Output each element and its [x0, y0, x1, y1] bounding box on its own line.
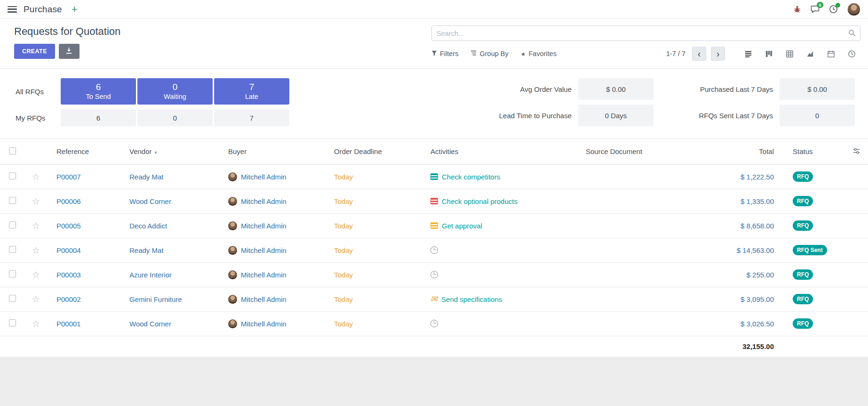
table-row[interactable]: P00003 Azure Interior Mitchell Admin Tod…	[0, 262, 868, 287]
column-header-status[interactable]: Status	[783, 139, 844, 164]
buyer-link[interactable]: Mitchell Admin	[241, 320, 287, 328]
activity-type-icon[interactable]	[430, 173, 438, 180]
calendar-view-button[interactable]	[822, 47, 840, 61]
activity-view-button[interactable]	[843, 47, 860, 61]
kpi-to-send-button[interactable]: 6 To Send	[61, 78, 136, 105]
row-checkbox[interactable]	[9, 197, 16, 204]
row-checkbox[interactable]	[9, 246, 16, 253]
buyer-link[interactable]: Mitchell Admin	[241, 295, 287, 303]
row-checkbox[interactable]	[9, 270, 16, 277]
purchase-dashboard: All RFQs My RFQs 6 To Send 6 0 Waiting 0…	[0, 69, 868, 138]
reference-link[interactable]: P00006	[56, 197, 81, 205]
activity-type-icon[interactable]	[430, 198, 438, 204]
kpi-my-to-send[interactable]: 6	[61, 109, 136, 126]
column-header-activities[interactable]: Activities	[421, 139, 576, 164]
activities-clock-icon[interactable]	[829, 5, 838, 14]
reference-link[interactable]: P00003	[56, 271, 81, 279]
column-header-order-deadline[interactable]: Order Deadline	[325, 139, 421, 164]
table-row[interactable]: P00002 Gemini Furniture Mitchell Admin T…	[0, 287, 868, 311]
source-document-cell	[576, 311, 703, 336]
plus-icon[interactable]	[72, 4, 78, 15]
activity-label[interactable]: Send specifications	[441, 295, 502, 303]
pivot-view-button[interactable]	[780, 47, 798, 61]
kpi-late-button[interactable]: 7 Late	[214, 78, 289, 105]
kpi-my-late[interactable]: 7	[214, 109, 289, 126]
column-header-vendor[interactable]: Vendor	[120, 139, 219, 164]
pager-next-button[interactable]	[711, 47, 725, 61]
column-header-total[interactable]: Total	[703, 139, 783, 164]
row-checkbox[interactable]	[9, 172, 16, 179]
vendor-link[interactable]: Wood Corner	[129, 197, 171, 205]
messages-icon[interactable]: 5	[811, 5, 820, 14]
debug-bug-icon[interactable]	[793, 5, 801, 13]
group-by-button[interactable]: Group By	[470, 50, 508, 57]
app-name[interactable]: Purchase	[24, 4, 62, 15]
vendor-link[interactable]: Ready Mat	[129, 246, 164, 254]
column-header-buyer[interactable]: Buyer	[219, 139, 325, 164]
select-all-checkbox[interactable]	[9, 147, 16, 154]
order-deadline: Today	[334, 173, 353, 181]
vendor-link[interactable]: Wood Corner	[129, 320, 171, 328]
row-checkbox[interactable]	[9, 221, 16, 228]
row-total: $ 3,026.50	[741, 320, 774, 328]
favorites-button[interactable]: Favorites	[521, 50, 557, 57]
favorite-star-icon[interactable]	[32, 245, 40, 255]
activity-label[interactable]: Get approval	[442, 222, 482, 230]
activity-type-icon[interactable]	[430, 222, 438, 229]
filters-button[interactable]: Filters	[431, 50, 458, 57]
user-avatar[interactable]	[847, 3, 860, 16]
activity-mail-icon[interactable]	[430, 295, 438, 303]
search-icon[interactable]	[848, 29, 856, 39]
table-row[interactable]: P00001 Wood Corner Mitchell Admin Today …	[0, 311, 868, 336]
favorite-star-icon[interactable]	[32, 196, 40, 206]
buyer-link[interactable]: Mitchell Admin	[241, 222, 287, 230]
column-header-reference[interactable]: Reference	[47, 139, 120, 164]
reference-link[interactable]: P00007	[56, 173, 81, 181]
table-row[interactable]: P00004 Ready Mat Mitchell Admin Today $ …	[0, 238, 868, 262]
hamburger-menu-icon[interactable]	[8, 6, 17, 13]
buyer-link[interactable]: Mitchell Admin	[241, 173, 287, 181]
vendor-link[interactable]: Deco Addict	[129, 222, 167, 230]
reference-link[interactable]: P00001	[56, 320, 81, 328]
buyer-link[interactable]: Mitchell Admin	[241, 246, 287, 254]
buyer-avatar	[228, 246, 237, 255]
row-checkbox[interactable]	[9, 319, 16, 326]
table-row[interactable]: P00006 Wood Corner Mitchell Admin Today …	[0, 189, 868, 213]
reference-link[interactable]: P00004	[56, 246, 81, 254]
source-document-cell	[576, 262, 703, 287]
buyer-link[interactable]: Mitchell Admin	[241, 197, 287, 205]
kpi-waiting-button[interactable]: 0 Waiting	[137, 78, 213, 105]
favorite-star-icon[interactable]	[32, 319, 40, 329]
vendor-link[interactable]: Ready Mat	[129, 173, 164, 181]
reference-link[interactable]: P00005	[56, 222, 81, 230]
favorite-star-icon[interactable]	[32, 270, 40, 280]
list-view-button[interactable]	[739, 47, 757, 61]
favorite-star-icon[interactable]	[32, 172, 40, 182]
row-total: $ 14,563.00	[737, 246, 774, 254]
export-button[interactable]	[59, 44, 80, 59]
graph-view-button[interactable]	[801, 47, 819, 61]
reference-link[interactable]: P00002	[56, 295, 81, 303]
activity-label[interactable]: Check optional products	[442, 197, 518, 205]
table-row[interactable]: P00007 Ready Mat Mitchell Admin Today Ch…	[0, 164, 868, 189]
vendor-link[interactable]: Gemini Furniture	[129, 295, 182, 303]
optional-columns-button[interactable]	[844, 139, 868, 164]
create-button[interactable]: CREATE	[14, 44, 55, 59]
kpi-my-waiting[interactable]: 0	[137, 109, 213, 126]
favorite-star-icon[interactable]	[32, 294, 40, 304]
pager-previous-button[interactable]	[692, 47, 706, 61]
table-row[interactable]: P00005 Deco Addict Mitchell Admin Today …	[0, 213, 868, 238]
search-input[interactable]	[431, 25, 860, 41]
row-checkbox[interactable]	[9, 295, 16, 302]
activity-clock-icon[interactable]	[430, 246, 438, 254]
vendor-link[interactable]: Azure Interior	[129, 271, 172, 279]
buyer-avatar	[228, 197, 237, 206]
column-header-source-document[interactable]: Source Document	[576, 139, 703, 164]
kanban-view-button[interactable]	[760, 47, 778, 61]
activity-label[interactable]: Check competitors	[442, 173, 500, 181]
activity-clock-icon[interactable]	[430, 320, 438, 327]
favorite-star-icon[interactable]	[32, 221, 40, 231]
my-rfqs-label: My RFQs	[16, 109, 61, 126]
buyer-link[interactable]: Mitchell Admin	[241, 271, 287, 279]
activity-clock-icon[interactable]	[430, 271, 438, 278]
